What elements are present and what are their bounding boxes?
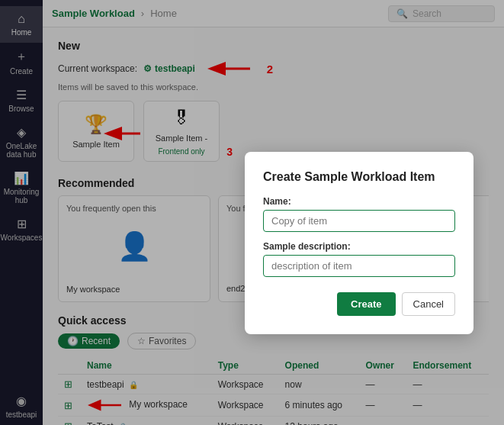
modal-overlay: Create Sample Workload Item Name: Sample… — [0, 0, 504, 425]
cancel-button[interactable]: Cancel — [402, 292, 455, 316]
modal-title: Create Sample Workload Item — [263, 170, 455, 184]
name-label: Name: — [263, 196, 455, 207]
modal-actions: Create Cancel — [263, 292, 455, 316]
desc-input[interactable] — [263, 255, 455, 277]
name-input[interactable] — [263, 210, 455, 232]
create-item-modal: Create Sample Workload Item Name: Sample… — [245, 152, 474, 334]
desc-label: Sample description: — [263, 241, 455, 252]
create-button[interactable]: Create — [337, 292, 395, 316]
